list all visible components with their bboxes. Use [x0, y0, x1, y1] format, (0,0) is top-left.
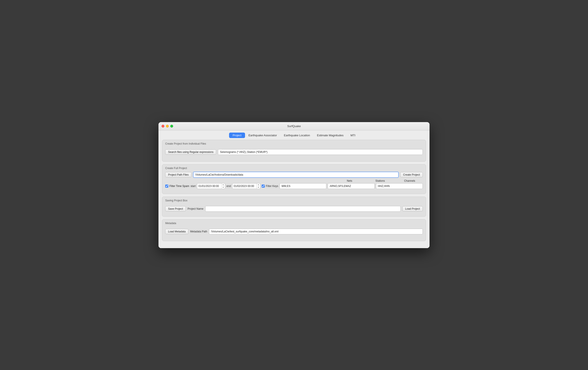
end-label: end	[226, 185, 231, 188]
col-nets-label: Nets	[335, 179, 364, 182]
stations-input[interactable]	[328, 183, 374, 189]
filter-keys-label: Filter Keys	[266, 185, 278, 188]
end-datetime[interactable]: ▲ ▼	[232, 183, 260, 189]
search-files-row: Search files using Regular expressions	[165, 149, 423, 155]
channels-input[interactable]	[376, 183, 423, 189]
tab-mti[interactable]: MTI	[347, 133, 359, 138]
nets-input[interactable]	[280, 183, 326, 189]
metadata-title: Metadata	[165, 222, 423, 225]
individual-files-section: Create Project from Individual Files Sea…	[162, 140, 426, 162]
save-project-button[interactable]: Save Project	[165, 206, 186, 211]
search-files-input[interactable]	[218, 149, 423, 155]
titlebar: SurfQuake	[158, 122, 430, 130]
filter-col-headers: Nets Stations Channels	[165, 179, 423, 182]
project-path-row: Project Path Files Create Project	[165, 172, 423, 178]
start-label: start	[191, 185, 196, 188]
tab-estimate-magnitudes[interactable]: Estimate Magnitudes	[314, 133, 347, 138]
project-name-input[interactable]	[205, 206, 401, 212]
filter-time-checkbox-wrap: Filter Time Spam	[165, 185, 189, 188]
project-path-button[interactable]: Project Path Files	[165, 172, 191, 177]
tab-project[interactable]: Project	[229, 133, 245, 138]
filter-time-label: Filter Time Spam	[169, 185, 189, 188]
end-spinners: ▲ ▼	[256, 184, 260, 189]
metadata-row: Load Metadata Metadata Path	[165, 229, 423, 234]
metadata-path-input[interactable]	[209, 229, 423, 234]
save-project-row: Save Project Project Name Load Project	[165, 206, 423, 212]
start-down-spinner[interactable]: ▼	[221, 186, 225, 189]
metadata-section: Metadata Load Metadata Metadata Path	[162, 219, 426, 241]
start-spinners: ▲ ▼	[221, 184, 225, 189]
full-project-title: Create Full Project	[165, 167, 423, 170]
load-project-button[interactable]: Load Project	[402, 206, 423, 211]
project-path-input[interactable]	[193, 172, 399, 178]
maximize-button[interactable]	[170, 125, 173, 128]
start-up-spinner[interactable]: ▲	[221, 184, 225, 186]
filter-time-row: Filter Time Spam start ▲ ▼ end ▲	[165, 183, 423, 189]
main-window: SurfQuake Project Earthquake Associator …	[158, 122, 430, 248]
tab-earthquake-location[interactable]: Earthquake Location	[280, 133, 314, 138]
tab-earthquake-associator[interactable]: Earthquake Associator	[245, 133, 280, 138]
minimize-button[interactable]	[166, 125, 169, 128]
saving-project-title: Saving Project Box	[165, 199, 423, 202]
load-metadata-button[interactable]: Load Metadata	[165, 229, 189, 234]
project-name-label: Project Name	[188, 207, 203, 210]
traffic-lights	[162, 125, 173, 128]
search-files-button[interactable]: Search files using Regular expressions	[165, 149, 216, 155]
col-channels-label: Channels	[397, 179, 423, 182]
end-up-spinner[interactable]: ▲	[257, 184, 260, 186]
start-datetime-input[interactable]	[197, 184, 221, 189]
main-content: Project Earthquake Associator Earthquake…	[158, 130, 430, 248]
col-stations-label: Stations	[364, 179, 397, 182]
filter-keys-wrap: Filter Keys	[262, 185, 278, 188]
window-title: SurfQuake	[287, 124, 301, 128]
metadata-path-label: Metadata Path	[190, 230, 207, 233]
create-project-button[interactable]: Create Project	[400, 172, 423, 177]
start-datetime[interactable]: ▲ ▼	[197, 183, 225, 189]
tab-bar: Project Earthquake Associator Earthquake…	[162, 130, 426, 140]
full-project-section: Create Full Project Project Path Files C…	[162, 164, 426, 194]
saving-project-section: Saving Project Box Save Project Project …	[162, 196, 426, 217]
end-down-spinner[interactable]: ▼	[257, 186, 260, 189]
close-button[interactable]	[162, 125, 164, 128]
individual-files-title: Create Project from Individual Files	[165, 142, 423, 145]
filter-keys-checkbox[interactable]	[262, 185, 265, 188]
end-datetime-input[interactable]	[232, 184, 256, 189]
filter-time-checkbox[interactable]	[165, 185, 168, 188]
